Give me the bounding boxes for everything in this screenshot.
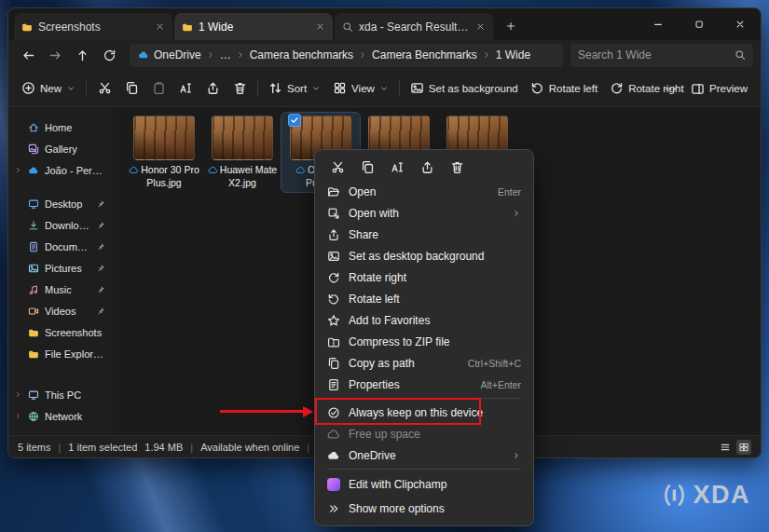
file-thumbnail[interactable] xyxy=(133,116,195,160)
menu-item-rotate-right[interactable]: Rotate right xyxy=(320,266,529,288)
folder-icon xyxy=(182,21,193,33)
view-button[interactable]: View xyxy=(327,75,394,102)
new-label: New xyxy=(40,83,62,94)
expand-chevron-icon[interactable] xyxy=(14,412,22,420)
cut-icon[interactable] xyxy=(331,160,345,174)
minimize-button[interactable] xyxy=(638,8,679,40)
copy-button[interactable] xyxy=(118,75,144,102)
close-tab-icon[interactable] xyxy=(155,21,165,32)
breadcrumb-item-current[interactable]: 1 Wide xyxy=(496,48,530,61)
breadcrumb-root[interactable]: OneDrive xyxy=(154,48,201,61)
sort-button[interactable]: Sort xyxy=(263,75,326,102)
menu-item-label: Rotate right xyxy=(349,271,521,284)
details-view-button[interactable] xyxy=(718,440,733,455)
cut-button[interactable] xyxy=(91,75,117,102)
up-button[interactable] xyxy=(70,43,95,67)
breadcrumb-ellipsis[interactable]: … xyxy=(220,48,231,61)
search-box[interactable] xyxy=(570,44,753,67)
expand-chevron-icon[interactable] xyxy=(14,390,22,399)
folder-icon xyxy=(21,21,33,33)
menu-item-onedrive[interactable]: OneDrive xyxy=(320,444,529,466)
breadcrumb[interactable]: OneDrive … Camera benchmarks Camera Benc… xyxy=(130,44,563,67)
share-icon[interactable] xyxy=(420,160,434,174)
file-thumbnail[interactable] xyxy=(212,116,273,160)
menu-item-properties[interactable]: Properties Alt+Enter xyxy=(320,374,529,395)
ellipsis-icon xyxy=(664,82,678,96)
forward-icon xyxy=(48,48,62,62)
desktop-icon xyxy=(28,198,39,210)
status-divider: | xyxy=(307,442,309,453)
back-button[interactable] xyxy=(16,43,41,67)
thumbnails-view-button[interactable] xyxy=(736,440,751,455)
new-tab-button[interactable] xyxy=(499,14,523,38)
menu-item-add-to-favorites[interactable]: Add to Favorites xyxy=(320,309,529,331)
share-button[interactable] xyxy=(199,75,226,102)
pin-icon xyxy=(96,199,105,209)
onedrive-icon xyxy=(138,49,149,61)
share-icon xyxy=(327,228,340,241)
sidebar-item-network[interactable]: Network xyxy=(8,405,113,427)
sidebar-item-downloads[interactable]: Downloads xyxy=(8,214,113,236)
close-tab-icon[interactable] xyxy=(475,21,486,32)
sidebar-item-documents[interactable]: Documents xyxy=(8,236,113,257)
menu-item-share[interactable]: Share xyxy=(320,224,529,245)
menu-item-open[interactable]: Open Enter xyxy=(320,181,529,202)
delete-button[interactable] xyxy=(227,75,253,102)
menu-item-edit-with-clipchamp[interactable]: Edit with Clipchamp xyxy=(320,472,529,497)
search-input[interactable] xyxy=(578,48,729,61)
sidebar-item-this-pc[interactable]: This PC xyxy=(8,384,113,405)
breadcrumb-item[interactable]: Camera Benchmarks xyxy=(372,48,477,61)
sidebar-item-music[interactable]: Music xyxy=(8,279,113,300)
close-tab-icon[interactable] xyxy=(315,21,325,32)
paste-button[interactable] xyxy=(145,75,172,102)
menu-item-always-keep-on-this-device[interactable]: Always keep on this device xyxy=(320,402,529,423)
trash-icon xyxy=(233,81,247,95)
menu-item-set-as-desktop-background[interactable]: Set as desktop background xyxy=(320,245,529,266)
sidebar-item-onedrive-personal[interactable]: João - Personal xyxy=(8,159,113,181)
menu-item-open-with[interactable]: Open with xyxy=(320,202,529,224)
new-button[interactable]: New xyxy=(16,75,81,102)
close-button[interactable] xyxy=(720,8,761,40)
rotate-left-button[interactable]: Rotate left xyxy=(525,75,603,102)
file-item[interactable]: Huawei Mate X2.jpg xyxy=(203,113,282,192)
tab-xda-search[interactable]: xda - Search Results in Home xyxy=(335,13,493,40)
sidebar-item-gallery[interactable]: Gallery xyxy=(8,138,113,159)
selection-checkbox[interactable] xyxy=(288,114,301,127)
menu-item-show-more-options[interactable]: Show more options xyxy=(320,497,529,521)
menu-item-label: Rotate left xyxy=(349,293,521,306)
preview-toggle[interactable]: Preview xyxy=(685,75,753,102)
file-item[interactable]: Honor 30 Pro Plus.jpg xyxy=(125,113,203,192)
sidebar-item-label: Home xyxy=(45,122,107,133)
search-icon xyxy=(342,21,353,33)
trash-icon[interactable] xyxy=(450,160,464,174)
rename-button[interactable] xyxy=(172,75,199,102)
properties-icon xyxy=(327,378,340,391)
more-commands-button[interactable] xyxy=(657,75,683,102)
refresh-button[interactable] xyxy=(97,43,122,67)
sidebar-item-pictures[interactable]: Pictures xyxy=(8,257,113,279)
menu-item-compress-to-zip[interactable]: Compress to ZIP file xyxy=(320,331,529,352)
maximize-button[interactable] xyxy=(679,8,720,40)
menu-item-rotate-left[interactable]: Rotate left xyxy=(320,288,529,309)
rename-icon[interactable] xyxy=(391,160,405,174)
expand-chevron-icon[interactable] xyxy=(14,166,22,174)
sidebar-item-label: Downloads xyxy=(45,220,90,231)
menu-item-copy-as-path[interactable]: Copy as path Ctrl+Shift+C xyxy=(320,352,529,374)
sidebar-item-desktop[interactable]: Desktop xyxy=(8,193,113,214)
sidebar-item-file-explorer-gui[interactable]: File Explorer gui xyxy=(8,343,113,364)
menu-item-label: Set as desktop background xyxy=(349,250,521,263)
menu-item-label: Properties xyxy=(349,378,473,391)
menu-item-label: Compress to ZIP file xyxy=(349,335,521,348)
chevron-down-icon xyxy=(66,84,76,93)
onedrive-icon xyxy=(28,165,39,176)
tab-1-wide[interactable]: 1 Wide xyxy=(174,13,333,40)
sidebar-item-videos[interactable]: Videos xyxy=(8,300,113,321)
forward-button[interactable] xyxy=(43,43,68,67)
copy-icon[interactable] xyxy=(361,160,375,174)
sidebar-item-home[interactable]: Home xyxy=(8,116,113,138)
breadcrumb-item[interactable]: Camera benchmarks xyxy=(250,48,353,61)
sidebar-item-screenshots[interactable]: Screenshots xyxy=(8,321,113,343)
set-as-background-button[interactable]: Set as background xyxy=(405,75,524,102)
tab-screenshots[interactable]: Screenshots xyxy=(14,13,172,40)
context-menu-quick-actions xyxy=(320,155,529,181)
